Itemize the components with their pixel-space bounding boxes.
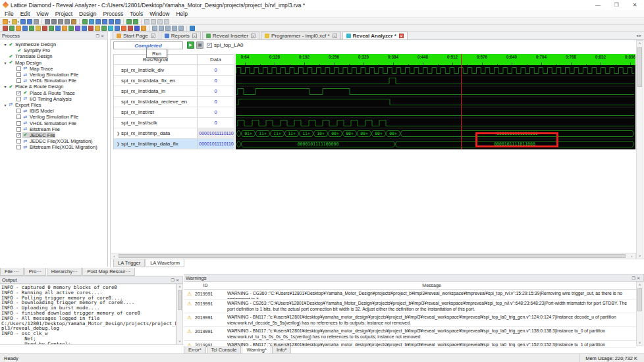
reveal-inserter-icon[interactable] [55, 26, 61, 31]
download-icon[interactable] [134, 26, 140, 31]
tree-expander-icon[interactable]: ▾ [3, 84, 8, 89]
process-tree-item[interactable]: ⇄VHDL Simulation File [0, 120, 107, 126]
menu-file[interactable]: File [1, 11, 17, 17]
tree-expander-icon[interactable]: ▾ [3, 61, 8, 65]
process-checkbox[interactable] [16, 127, 21, 132]
process-tree-item[interactable]: ▾✔Map Design [0, 60, 107, 66]
help-globe-icon[interactable] [190, 26, 195, 31]
signal-row[interactable]: ❯spi_rx_Inst/tmp_data 0000101111011000▼ [113, 128, 234, 139]
stop-run-button[interactable]: ▦ [196, 41, 203, 49]
cut-icon[interactable] [58, 19, 63, 24]
programmer-icon[interactable] [108, 26, 113, 31]
clarity-icon[interactable] [9, 26, 14, 31]
process-tree-item[interactable]: ⇄Map Trace [0, 66, 107, 72]
tab-close-icon[interactable]: ✕ [192, 34, 197, 38]
tab-reveal-inserter[interactable]: Reveal Inserter ✕ [202, 32, 259, 39]
close-panel-icon[interactable]: ✕ [637, 276, 641, 280]
signal-row[interactable]: ❯spi_rx_Inst/tmp_data_fix 00001011110110… [113, 139, 234, 149]
minimize-button[interactable]: — [589, 0, 607, 10]
find-icon[interactable] [82, 19, 88, 24]
signal-name[interactable]: spi_rx_Inst/data_fix_en [114, 76, 198, 86]
signal-name[interactable]: spi_rx_Inst/data_in [114, 86, 198, 97]
tree-expander-icon[interactable]: ▾ [3, 42, 8, 47]
view-split-icon[interactable] [133, 19, 138, 24]
zoom-fit-icon[interactable] [109, 19, 114, 24]
package-view-icon[interactable] [29, 26, 34, 31]
waveform-vertical-scrollbar[interactable]: ˄ ˅ [636, 40, 643, 259]
process-tree-item[interactable]: ✓✔Place & Route Trace [0, 90, 107, 96]
process-tree-item[interactable]: ⇄I/O Timing Analysis [0, 96, 107, 102]
layout-icon-4[interactable] [164, 19, 169, 24]
menu-help[interactable]: Help [173, 11, 190, 17]
layout-icon-2[interactable] [151, 19, 156, 24]
float-panel-icon[interactable]: ❐ [96, 34, 101, 38]
open-icon-dropdown[interactable]: ▾ [18, 20, 20, 24]
warnings-scrollbar[interactable]: ˄ ˅ [636, 282, 643, 346]
warning-row[interactable]: ⚠ 2019991 WARNING - CS263 :"C:¥Users¥128… [184, 299, 636, 313]
tab-close-icon[interactable]: ✕ [151, 34, 155, 38]
spreadsheet-icon[interactable] [22, 26, 28, 31]
chip-view-icon[interactable] [95, 26, 100, 31]
diagram-icon[interactable] [68, 26, 74, 31]
signal-name[interactable]: spi_rx_Inst/clk_div [114, 65, 198, 76]
print-icon[interactable] [34, 19, 39, 24]
expand-bus-icon[interactable]: ❯ [117, 131, 120, 136]
tab-programmer-impl0-xcf-[interactable]: Programmer - impl0.xcf * ✕ [261, 32, 340, 39]
undo-icon[interactable] [45, 19, 50, 24]
process-tree-item[interactable]: ▾⇄Export Files [0, 102, 107, 108]
close-panel-icon[interactable]: ✕ [176, 278, 180, 282]
layout-icon-3[interactable] [157, 19, 163, 24]
process-tree-item[interactable]: ⇄Verilog Simulation File [0, 72, 107, 78]
menu-window[interactable]: Window [146, 11, 173, 17]
layout-icon-1[interactable] [144, 19, 149, 24]
process-tree-item[interactable]: ▾✔Place & Route Design [0, 84, 107, 90]
timing-analysis-icon[interactable] [101, 26, 107, 31]
process-tree-item[interactable]: ✓✔JEDEC File [0, 132, 107, 138]
save-icon[interactable] [20, 19, 26, 24]
expand-bus-icon[interactable]: ❯ [117, 142, 120, 146]
report-window-icon-2[interactable] [159, 26, 164, 31]
process-checkbox[interactable]: ✓ [16, 91, 21, 95]
menu-process[interactable]: Process [100, 11, 127, 17]
process-tree-item[interactable]: ⇄IBIS Model [0, 108, 107, 114]
process-checkbox[interactable] [16, 115, 21, 119]
signal-data-value[interactable]: 0 [198, 76, 234, 86]
signal-data-value[interactable]: 0000101111011000▼ [198, 139, 234, 149]
signal-data-value[interactable]: 0 [198, 107, 234, 118]
report-window-icon-1[interactable] [152, 26, 157, 31]
signal-row[interactable]: spi_rx_Inst/data_fix_en 0 [113, 76, 234, 86]
report-window-icon-5[interactable] [178, 26, 184, 31]
process-tree-item[interactable]: ⇄Bitstream File(XO3L Migration) [0, 144, 107, 150]
zoom-in-icon[interactable] [95, 19, 101, 24]
tab-reports[interactable]: Reports ✕ [161, 32, 201, 39]
ipexpress-icon[interactable] [49, 26, 54, 31]
strategy-icon[interactable] [3, 26, 8, 31]
reveal-analyzer-icon[interactable] [62, 26, 67, 31]
menu-view[interactable]: View [33, 11, 51, 17]
menu-project[interactable]: Project [52, 11, 76, 17]
paste-icon[interactable] [71, 19, 76, 24]
close-panel-icon[interactable]: ✕ [101, 34, 105, 38]
tab-close-icon[interactable]: ✕ [251, 34, 255, 38]
signal-name[interactable]: spi_rx_Inst/rst [114, 107, 198, 118]
process-checkbox[interactable] [16, 145, 21, 149]
process-checkbox[interactable] [16, 121, 21, 126]
tab-start-page[interactable]: Start Page ✕ [113, 32, 159, 39]
maximize-button[interactable]: ❐ [607, 0, 626, 10]
signal-data-value[interactable]: 0 [198, 97, 234, 107]
ncd-view-icon[interactable] [88, 26, 94, 31]
waveform-horizontal-scrollbar[interactable]: ‹ › [110, 253, 636, 259]
signal-data-value[interactable]: 0 [198, 86, 234, 97]
signal-data-value[interactable]: 0 [198, 118, 234, 128]
process-checkbox[interactable] [16, 78, 21, 83]
signal-name[interactable]: ❯spi_rx_Inst/tmp_data [114, 128, 198, 139]
tab-la-trigger[interactable]: LA Trigger [113, 259, 145, 267]
process-checkbox[interactable] [16, 97, 21, 101]
signal-data-value[interactable]: 0000101111011000▼ [198, 128, 234, 139]
tab-scroll-buttons[interactable]: ◂ ▸ [636, 33, 644, 39]
warning-row[interactable]: ⚠ 2019991 WARNING - BN117 :"c:¥users¥128… [184, 313, 636, 327]
new-icon[interactable] [3, 19, 8, 24]
process-checkbox[interactable] [16, 109, 21, 113]
copy-icon[interactable] [65, 19, 70, 24]
warnings-message-header[interactable]: Message [227, 282, 636, 290]
